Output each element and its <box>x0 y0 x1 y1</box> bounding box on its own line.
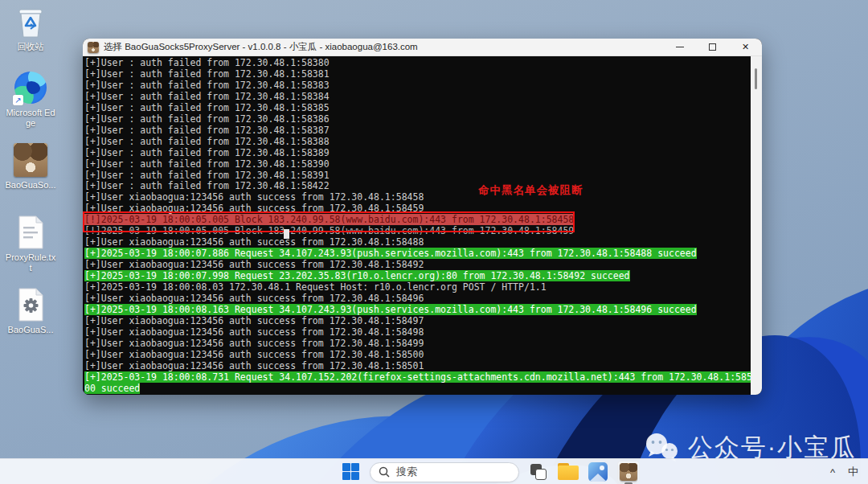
desktop-icon-label: Microsoft Edge <box>5 108 56 129</box>
search-icon <box>379 466 390 478</box>
shortcut-arrow-icon: ↗ <box>13 95 23 105</box>
log-line: [+]User : auth failed from 172.30.48.1:5… <box>84 137 751 148</box>
minimize-button[interactable] <box>663 39 696 56</box>
log-line: [+]User : auth failed from 172.30.48.1:5… <box>84 58 751 69</box>
recycle-bin-icon <box>14 4 47 39</box>
blacklist-annotation: 命中黑名单会被阻断 <box>478 183 583 198</box>
log-line: [+]User : auth failed from 172.30.48.1:5… <box>84 181 751 192</box>
log-line: [+]2025-03-19 18:00:08.163 Request 34.10… <box>84 305 751 316</box>
photos-app-button[interactable] <box>588 461 608 482</box>
log-line: [!]2025-03-19 18:00:05.005 Block 183.240… <box>84 215 751 226</box>
log-line: [+]User xiaobaogua:123456 auth success f… <box>84 316 751 327</box>
desktop-icon-label: BaoGuaSo... <box>5 180 56 191</box>
file-explorer-button[interactable] <box>558 461 579 482</box>
log-line: [+]2025-03-19 18:00:07.998 Request 23.20… <box>84 271 751 282</box>
log-line: [+]User : auth failed from 172.30.48.1:5… <box>84 148 751 159</box>
text-file-icon <box>15 215 46 250</box>
log-line: [+]User : auth failed from 172.30.48.1:5… <box>84 114 751 125</box>
log-line: [!]2025-03-19 18:00:05.005 Block 183.240… <box>84 226 751 237</box>
proxy-server-console-window: 选择 BaoGuaSocks5ProxyServer - v1.0.0.8 - … <box>83 39 762 395</box>
log-line: [+]User : auth failed from 172.30.48.1:5… <box>84 80 751 92</box>
desktop-icon-edge[interactable]: ↗ Microsoft Edge <box>5 69 56 129</box>
log-line: [+]User : auth failed from 172.30.48.1:5… <box>84 92 751 103</box>
log-line: [+]2025-03-19 18:00:08.03 172.30.48.1 Re… <box>84 282 751 293</box>
window-titlebar[interactable]: 选择 BaoGuaSocks5ProxyServer - v1.0.0.8 - … <box>83 39 762 56</box>
console-mark-cursor <box>284 229 289 239</box>
proxy-app-taskbar-button[interactable] <box>617 461 640 482</box>
windows-logo-icon <box>342 463 360 481</box>
log-line: [+]User xiaobaogua:123456 auth success f… <box>84 260 751 271</box>
console-log[interactable]: [+]User : auth failed from 172.30.48.1:5… <box>84 58 751 395</box>
log-line: [+]2025-03-19 18:00:08.731 Request 34.10… <box>84 372 751 384</box>
log-line: [+]User xiaobaogua:123456 auth success f… <box>84 338 751 350</box>
minimize-icon <box>676 47 684 47</box>
close-icon: ✕ <box>742 43 749 51</box>
taskbar-search-input[interactable]: 搜索 <box>370 462 519 482</box>
desktop-icon-baogua-app[interactable]: BaoGuaSo... <box>5 142 56 191</box>
window-title: 选择 BaoGuaSocks5ProxyServer - v1.0.0.8 - … <box>104 41 418 53</box>
desktop-icon-recycle-bin[interactable]: 回收站 <box>5 3 56 52</box>
desktop-icon-baogua-config[interactable]: BaoGuaS... <box>5 286 56 335</box>
log-line: [+]User xiaobaogua:123456 auth success f… <box>84 203 751 215</box>
config-file-gear-icon <box>15 287 46 322</box>
task-view-button[interactable] <box>529 461 548 482</box>
desktop: 回收站 ↗ Microsoft Edge BaoGuaSo... ProxyRu… <box>0 0 868 484</box>
log-line: [+]User : auth failed from 172.30.48.1:5… <box>84 69 751 80</box>
start-button[interactable] <box>342 461 360 482</box>
cat-app-icon <box>620 463 637 481</box>
search-placeholder: 搜索 <box>396 465 417 479</box>
log-line: [+]User xiaobaogua:123456 auth success f… <box>84 192 751 203</box>
log-line: [+]User : auth failed from 172.30.48.1:5… <box>84 170 751 182</box>
log-line: [+]User : auth failed from 172.30.48.1:5… <box>84 125 751 137</box>
console-body: [+]User : auth failed from 172.30.48.1:5… <box>83 56 762 395</box>
taskbar: 搜索 ^ 中 <box>0 458 868 484</box>
log-line: [+]User : auth failed from 172.30.48.1:5… <box>84 103 751 114</box>
desktop-icon-label: 回收站 <box>5 42 56 52</box>
desktop-icon-proxyrule[interactable]: ProxyRule.txt <box>5 214 56 273</box>
maximize-button[interactable] <box>696 39 729 56</box>
log-line: 00 succeed <box>84 384 751 395</box>
task-view-icon <box>529 462 548 482</box>
desktop-icon-label: BaoGuaS... <box>5 325 56 335</box>
maximize-icon <box>709 43 716 51</box>
ime-indicator[interactable]: 中 <box>848 465 858 479</box>
window-app-icon <box>88 42 99 53</box>
cat-photo-icon <box>14 143 47 177</box>
log-line: [+]User xiaobaogua:123456 auth success f… <box>84 361 751 372</box>
desktop-icon-label: ProxyRule.txt <box>5 252 56 273</box>
log-line: [+]User xiaobaogua:123456 auth success f… <box>84 350 751 361</box>
tray-chevron-icon[interactable]: ^ <box>830 466 835 478</box>
log-line: [+]2025-03-19 18:00:07.886 Request 34.10… <box>84 248 751 260</box>
folder-icon <box>558 463 579 481</box>
console-scrollbar-thumb[interactable] <box>755 68 757 89</box>
photos-icon <box>588 462 608 482</box>
log-line: [+]User xiaobaogua:123456 auth success f… <box>84 327 751 338</box>
log-line: [+]User xiaobaogua:123456 auth success f… <box>84 293 751 305</box>
console-scrollbar[interactable] <box>751 56 762 395</box>
log-line: [+]User xiaobaogua:123456 auth success f… <box>84 237 751 248</box>
log-line: [+]User : auth failed from 172.30.48.1:5… <box>84 159 751 170</box>
close-button[interactable]: ✕ <box>729 39 762 56</box>
